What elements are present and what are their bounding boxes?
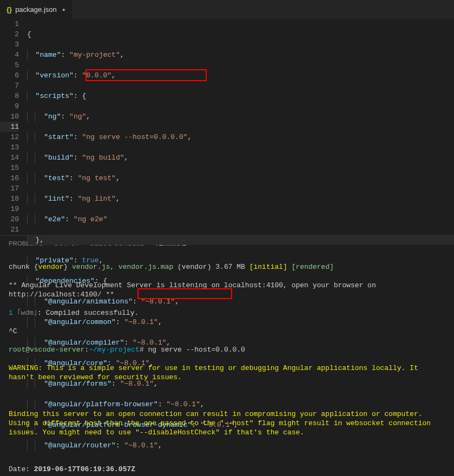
- line-number-gutter: 1 2 3 4 5 6 7 8 9 10 11 12 13 14 15 16 1…: [0, 19, 27, 235]
- line-number: 17: [0, 183, 19, 194]
- dirty-indicator-icon: ●: [62, 6, 65, 12]
- code-line: "version": "0.0.0",: [27, 70, 454, 81]
- line-number: 13: [0, 142, 19, 153]
- line-number: 11: [0, 122, 19, 132]
- line-number: 20: [0, 214, 19, 224]
- line-number: 18: [0, 194, 19, 204]
- line-number: 8: [0, 91, 19, 101]
- code-line: "start": "ng serve --host=0.0.0.0",: [27, 132, 454, 142]
- line-number: 4: [0, 50, 19, 60]
- terminal-line: root@vscode-server:~/my-project# ng serv…: [9, 345, 445, 354]
- line-number: 7: [0, 81, 19, 91]
- code-line: "lint": "ng lint",: [27, 194, 454, 204]
- code-content[interactable]: { "name": "my-project", "version": "0.0.…: [27, 19, 454, 235]
- code-line: "build": "ng build",: [27, 153, 454, 163]
- code-line: "e2e": "ng e2e": [27, 214, 454, 224]
- terminal-line: Date: 2019-06-17T06:19:36.057Z: [9, 465, 445, 474]
- terminal-line: ^C: [9, 327, 445, 336]
- editor-tab-packagejson[interactable]: {} package.json ●: [0, 0, 72, 19]
- terminal-line: [9, 391, 445, 400]
- tab-filename: package.json: [15, 5, 57, 14]
- line-number: 3: [0, 39, 19, 50]
- line-number: 12: [0, 132, 19, 142]
- line-number: 15: [0, 163, 19, 173]
- line-number: 6: [0, 70, 19, 81]
- terminal-line: chunk {vendor} vendor.js, vendor.js.map …: [9, 262, 445, 272]
- terminal-line: [9, 446, 445, 455]
- code-editor[interactable]: 1 2 3 4 5 6 7 8 9 10 11 12 13 14 15 16 1…: [0, 19, 454, 235]
- terminal-line: Binding this server to an open connectio…: [9, 409, 445, 437]
- json-file-icon: {}: [6, 5, 12, 14]
- code-line: "test": "ng test",: [27, 173, 454, 183]
- line-number: 16: [0, 173, 19, 183]
- line-number: 10: [0, 111, 19, 122]
- terminal-line: WARNING: This is a simple server for use…: [9, 363, 445, 382]
- line-number: 21: [0, 224, 19, 235]
- line-number: 1: [0, 19, 19, 29]
- code-line: "ng": "ng",: [27, 111, 454, 122]
- terminal-line: ** Angular Live Development Server is li…: [9, 281, 445, 299]
- line-number: 14: [0, 153, 19, 163]
- line-number: 2: [0, 29, 19, 39]
- tab-bar: {} package.json ●: [0, 0, 454, 19]
- terminal-output[interactable]: chunk {vendor} vendor.js, vendor.js.map …: [0, 249, 454, 476]
- code-line: {: [27, 29, 454, 39]
- terminal-line: i ｢wdm｣: Compiled successfully.: [9, 308, 445, 318]
- code-line: "scripts": {: [27, 91, 454, 101]
- code-line: "name": "my-project",: [27, 50, 454, 60]
- code-line: },: [27, 235, 454, 245]
- line-number: 5: [0, 60, 19, 70]
- line-number: 9: [0, 101, 19, 111]
- line-number: 19: [0, 204, 19, 214]
